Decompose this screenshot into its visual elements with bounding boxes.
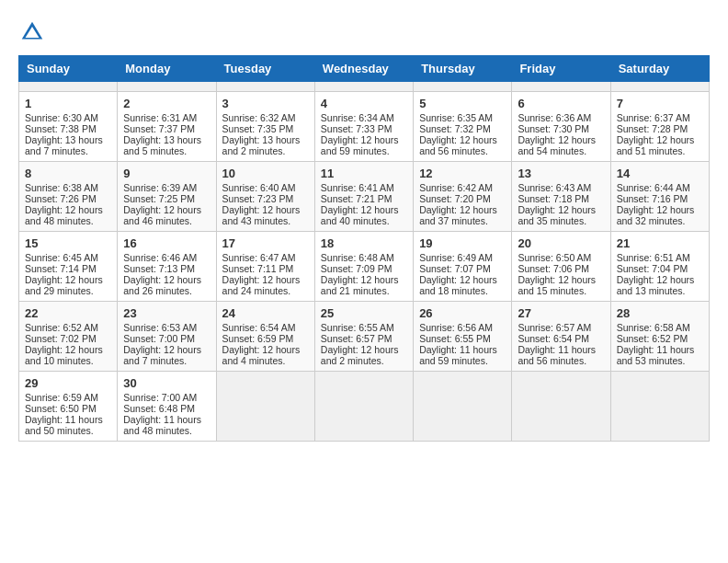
daylight-label: Daylight: 12 hours and 24 minutes.	[222, 274, 301, 296]
header-friday: Friday	[512, 56, 610, 82]
daylight-label: Daylight: 11 hours and 48 minutes.	[123, 414, 201, 436]
sunset: Sunset: 7:14 PM	[25, 263, 97, 274]
calendar-cell: 14 Sunrise: 6:44 AM Sunset: 7:16 PM Dayl…	[610, 162, 709, 232]
sunset: Sunset: 6:48 PM	[123, 403, 195, 414]
sunrise: Sunrise: 6:58 AM	[617, 322, 690, 333]
calendar-cell: 7 Sunrise: 6:37 AM Sunset: 7:28 PM Dayli…	[610, 92, 709, 162]
calendar-cell: 16 Sunrise: 6:46 AM Sunset: 7:13 PM Dayl…	[118, 232, 216, 302]
daylight-label: Daylight: 12 hours and 59 minutes.	[321, 134, 399, 156]
calendar-cell: 29 Sunrise: 6:59 AM Sunset: 6:50 PM Dayl…	[19, 372, 118, 442]
day-number: 19	[419, 236, 506, 250]
sunrise: Sunrise: 6:34 AM	[321, 112, 394, 123]
sunrise: Sunrise: 6:36 AM	[518, 112, 591, 123]
sunset: Sunset: 7:33 PM	[321, 123, 392, 134]
sunrise: Sunrise: 6:49 AM	[419, 252, 493, 263]
calendar-cell: 11 Sunrise: 6:41 AM Sunset: 7:21 PM Dayl…	[314, 162, 413, 232]
sunset: Sunset: 7:20 PM	[419, 193, 491, 204]
sunrise: Sunrise: 6:46 AM	[123, 252, 197, 263]
day-number: 21	[617, 236, 703, 250]
sunrise: Sunrise: 6:52 AM	[25, 322, 98, 333]
sunset: Sunset: 7:28 PM	[617, 123, 688, 134]
sunset: Sunset: 7:30 PM	[518, 123, 589, 134]
calendar-week-row: 1 Sunrise: 6:30 AM Sunset: 7:38 PM Dayli…	[19, 92, 710, 162]
sunset: Sunset: 7:06 PM	[518, 263, 589, 274]
calendar-cell: 28 Sunrise: 6:58 AM Sunset: 6:52 PM Dayl…	[610, 302, 709, 372]
sunset: Sunset: 7:25 PM	[123, 193, 195, 204]
sunrise: Sunrise: 6:53 AM	[123, 322, 197, 333]
daylight-label: Daylight: 12 hours and 48 minutes.	[25, 204, 103, 226]
calendar-cell: 23 Sunrise: 6:53 AM Sunset: 7:00 PM Dayl…	[118, 302, 216, 372]
daylight-label: Daylight: 12 hours and 54 minutes.	[518, 134, 596, 156]
sunrise: Sunrise: 6:45 AM	[25, 252, 98, 263]
header-sunday: Sunday	[19, 56, 118, 82]
calendar-cell	[216, 372, 314, 442]
day-number: 5	[419, 97, 506, 110]
day-number: 11	[321, 167, 407, 180]
daylight-label: Daylight: 12 hours and 56 minutes.	[419, 134, 497, 156]
daylight-label: Daylight: 11 hours and 56 minutes.	[518, 344, 596, 366]
calendar-cell	[19, 82, 118, 92]
header-wednesday: Wednesday	[314, 56, 413, 82]
daylight-label: Daylight: 12 hours and 10 minutes.	[25, 344, 103, 366]
day-number: 8	[25, 167, 111, 180]
calendar-cell	[414, 82, 512, 92]
day-number: 20	[518, 236, 604, 250]
calendar-table: Sunday Monday Tuesday Wednesday Thursday…	[18, 55, 710, 442]
header-thursday: Thursday	[414, 56, 512, 82]
daylight-label: Daylight: 11 hours and 53 minutes.	[617, 344, 695, 366]
daylight-label: Daylight: 11 hours and 50 minutes.	[25, 414, 103, 436]
daylight-label: Daylight: 12 hours and 40 minutes.	[321, 204, 399, 226]
logo	[18, 18, 48, 46]
daylight-label: Daylight: 12 hours and 46 minutes.	[123, 204, 201, 226]
calendar-cell: 10 Sunrise: 6:40 AM Sunset: 7:23 PM Dayl…	[216, 162, 314, 232]
sunset: Sunset: 6:55 PM	[419, 333, 491, 344]
sunset: Sunset: 7:13 PM	[123, 263, 195, 274]
calendar-cell	[512, 82, 610, 92]
sunset: Sunset: 7:02 PM	[25, 333, 97, 344]
day-number: 3	[222, 97, 309, 110]
daylight-label: Daylight: 12 hours and 32 minutes.	[617, 204, 695, 226]
calendar-cell	[216, 82, 314, 92]
calendar-week-row: 22 Sunrise: 6:52 AM Sunset: 7:02 PM Dayl…	[19, 302, 710, 372]
day-number: 17	[222, 236, 309, 250]
day-number: 15	[25, 236, 111, 250]
day-number: 27	[518, 306, 604, 320]
daylight-label: Daylight: 11 hours and 59 minutes.	[419, 344, 497, 366]
day-number: 12	[419, 167, 506, 180]
calendar-cell: 5 Sunrise: 6:35 AM Sunset: 7:32 PM Dayli…	[414, 92, 512, 162]
daylight-label: Daylight: 12 hours and 26 minutes.	[123, 274, 201, 296]
sunset: Sunset: 7:18 PM	[518, 193, 589, 204]
calendar-week-row	[19, 82, 710, 92]
sunset: Sunset: 7:35 PM	[222, 123, 294, 134]
day-number: 4	[321, 97, 407, 110]
sunset: Sunset: 7:38 PM	[25, 123, 97, 134]
sunrise: Sunrise: 6:51 AM	[617, 252, 690, 263]
calendar-cell	[414, 372, 512, 442]
calendar-week-row: 8 Sunrise: 6:38 AM Sunset: 7:26 PM Dayli…	[19, 162, 710, 232]
day-number: 26	[419, 306, 506, 320]
day-number: 10	[222, 167, 309, 180]
calendar-cell	[314, 372, 413, 442]
calendar-cell: 13 Sunrise: 6:43 AM Sunset: 7:18 PM Dayl…	[512, 162, 610, 232]
sunset: Sunset: 7:09 PM	[321, 263, 392, 274]
day-number: 22	[25, 306, 111, 320]
sunset: Sunset: 7:26 PM	[25, 193, 97, 204]
day-number: 30	[123, 376, 210, 390]
day-number: 24	[222, 306, 309, 320]
day-number: 9	[123, 167, 210, 180]
day-number: 16	[123, 236, 210, 250]
sunset: Sunset: 6:52 PM	[617, 333, 688, 344]
calendar-cell: 6 Sunrise: 6:36 AM Sunset: 7:30 PM Dayli…	[512, 92, 610, 162]
calendar-cell: 27 Sunrise: 6:57 AM Sunset: 6:54 PM Dayl…	[512, 302, 610, 372]
sunset: Sunset: 7:16 PM	[617, 193, 688, 204]
calendar-cell	[118, 82, 216, 92]
sunset: Sunset: 7:32 PM	[419, 123, 491, 134]
calendar-cell: 3 Sunrise: 6:32 AM Sunset: 7:35 PM Dayli…	[216, 92, 314, 162]
daylight-label: Daylight: 12 hours and 2 minutes.	[321, 344, 399, 366]
day-number: 23	[123, 306, 210, 320]
day-number: 18	[321, 236, 407, 250]
sunset: Sunset: 7:04 PM	[617, 263, 688, 274]
calendar-cell: 22 Sunrise: 6:52 AM Sunset: 7:02 PM Dayl…	[19, 302, 118, 372]
day-number: 14	[617, 167, 703, 180]
daylight-label: Daylight: 12 hours and 13 minutes.	[617, 274, 695, 296]
